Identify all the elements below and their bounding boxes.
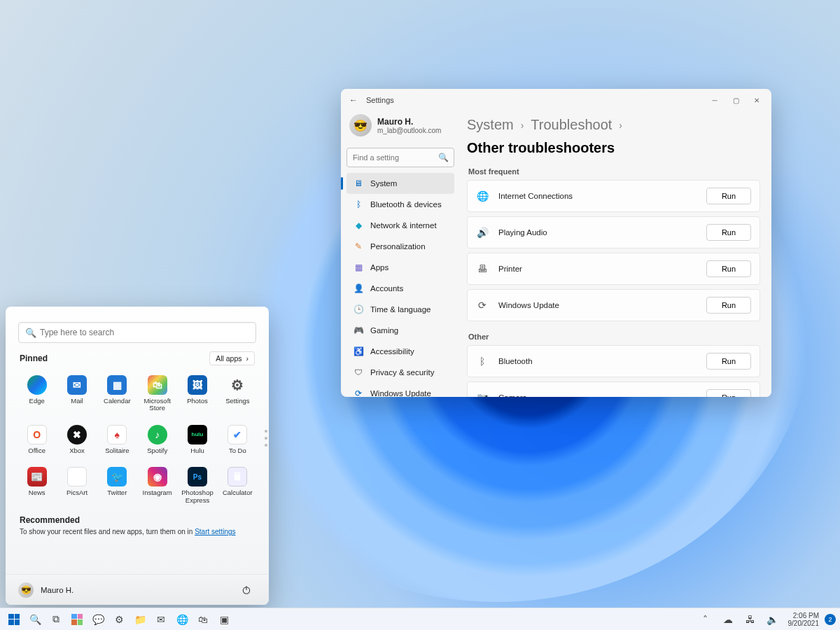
power-button[interactable] <box>237 580 256 600</box>
taskbar-settings-button[interactable]: ⚙ <box>109 610 129 629</box>
app-icon: Ps <box>188 467 207 486</box>
sidebar-item-personalization[interactable]: ✎Personalization <box>346 236 454 257</box>
all-apps-button[interactable]: All apps › <box>209 351 255 365</box>
app-label: Edge <box>29 398 45 405</box>
tray-overflow-button[interactable]: ˄ <box>696 610 715 629</box>
app-icon: O <box>27 425 47 444</box>
app-icon: 🖩 <box>227 467 247 486</box>
sidebar-item-accounts[interactable]: 👤Accounts <box>346 278 454 299</box>
recommended-label: Recommended <box>6 511 269 526</box>
account-row[interactable]: 😎 Mauro H. m_lab@outlook.com <box>346 111 454 145</box>
taskbar-mail-button[interactable]: ✉ <box>151 610 171 629</box>
sidebar-item-windows-update[interactable]: ⟳Windows Update <box>346 383 454 397</box>
pinned-label: Pinned <box>20 354 48 363</box>
pinned-app-news[interactable]: 📰News <box>17 463 57 508</box>
sidebar-item-time-language[interactable]: 🕒Time & language <box>346 299 454 320</box>
taskbar-taskview-button[interactable]: ⧉ <box>46 610 66 629</box>
sidebar-item-system[interactable]: 🖥System <box>346 173 454 194</box>
run-button[interactable]: Run <box>706 260 751 277</box>
troubleshooter-icon: 📷 <box>476 392 489 397</box>
start-user-button[interactable]: 😎 Mauro H. <box>18 582 74 598</box>
nav-icon: ᛒ <box>354 200 363 209</box>
pinned-app-xbox[interactable]: ✖Xbox <box>57 421 97 458</box>
pinned-app-settings[interactable]: ⚙Settings <box>218 371 258 416</box>
notification-badge[interactable]: 2 <box>825 614 836 625</box>
search-icon: 🔍 <box>438 153 449 162</box>
nav-icon: 🖥 <box>354 178 363 188</box>
pinned-app-calendar[interactable]: ▦Calendar <box>97 371 137 416</box>
pinned-app-microsoft-store[interactable]: 🛍Microsoft Store <box>137 371 177 416</box>
pinned-apps-grid: Edge✉Mail▦Calendar🛍Microsoft Store🖼Photo… <box>6 365 269 511</box>
nav-icon: 🛡 <box>354 368 363 377</box>
recommended-text: To show your recent files and new apps, … <box>6 526 269 542</box>
taskbar-terminal-button[interactable]: ▣ <box>214 610 234 629</box>
pinned-app-picsart[interactable]: PPicsArt <box>57 463 97 508</box>
app-label: To Do <box>229 447 246 454</box>
start-settings-link[interactable]: Start settings <box>195 528 235 536</box>
pinned-app-office[interactable]: OOffice <box>17 421 57 458</box>
sidebar-item-network-internet[interactable]: ◆Network & internet <box>346 215 454 236</box>
nav-label: Accounts <box>370 284 403 293</box>
nav-label: Network & internet <box>370 221 437 230</box>
network-icon[interactable]: 🖧 <box>741 610 760 629</box>
pinned-app-photos[interactable]: 🖼Photos <box>177 371 217 416</box>
app-label: Solitaire <box>105 447 129 454</box>
pinned-app-hulu[interactable]: huluHulu <box>177 421 217 458</box>
back-button[interactable]: ← <box>345 95 362 105</box>
sidebar-item-accessibility[interactable]: ♿Accessibility <box>346 341 454 362</box>
app-icon: ✖ <box>67 425 87 444</box>
onedrive-icon[interactable]: ☁ <box>718 610 738 629</box>
app-icon: ✉ <box>67 375 87 395</box>
volume-icon[interactable]: 🔈 <box>763 610 783 629</box>
troubleshooter-bluetooth: ᛒ Bluetooth Run <box>467 345 760 377</box>
app-label: Twitter <box>107 489 127 496</box>
settings-window: ← Settings ─ ▢ ✕ 😎 Mauro H. m_lab@outloo… <box>341 89 771 397</box>
pinned-app-to-do[interactable]: ✔To Do <box>218 421 258 458</box>
taskbar-explorer-button[interactable]: 📁 <box>130 610 150 629</box>
breadcrumb-system[interactable]: System <box>467 117 514 133</box>
nav-label: Privacy & security <box>370 368 434 377</box>
sidebar-item-bluetooth-devices[interactable]: ᛒBluetooth & devices <box>346 194 454 215</box>
taskbar-chat-button[interactable]: 💬 <box>88 610 108 629</box>
app-label: Office <box>28 447 46 454</box>
troubleshooter-internet-connections: 🌐 Internet Connections Run <box>467 180 760 212</box>
taskbar-store-button[interactable]: 🛍 <box>193 610 213 629</box>
troubleshooter-label: Playing Audio <box>498 228 696 237</box>
breadcrumb-troubleshoot[interactable]: Troubleshoot <box>531 117 612 133</box>
nav-label: Bluetooth & devices <box>370 200 442 209</box>
pinned-app-spotify[interactable]: ♪Spotify <box>137 421 177 458</box>
pinned-app-edge[interactable]: Edge <box>17 371 57 416</box>
run-button[interactable]: Run <box>706 389 751 397</box>
run-button[interactable]: Run <box>706 188 751 204</box>
chevron-right-icon: › <box>619 120 622 131</box>
run-button[interactable]: Run <box>706 297 751 314</box>
app-label: Mail <box>71 398 83 405</box>
troubleshooter-label: Bluetooth <box>498 357 696 365</box>
pinned-app-instagram[interactable]: ◉Instagram <box>137 463 177 508</box>
pinned-app-mail[interactable]: ✉Mail <box>57 371 97 416</box>
start-search-input[interactable] <box>18 322 256 343</box>
run-button[interactable]: Run <box>706 224 751 241</box>
troubleshooter-label: Camera <box>498 393 696 397</box>
minimize-button[interactable]: ─ <box>704 92 725 108</box>
taskbar-edge-button[interactable]: 🌐 <box>172 610 192 629</box>
sidebar-item-privacy-security[interactable]: 🛡Privacy & security <box>346 362 454 383</box>
pinned-app-calculator[interactable]: 🖩Calculator <box>218 463 258 508</box>
section-label: Other <box>468 332 760 341</box>
pinned-app-solitaire[interactable]: ♠Solitaire <box>97 421 137 458</box>
taskbar-clock[interactable]: 2:06 PM 9/20/2021 <box>785 612 822 627</box>
troubleshooter-windows-update: ⟳ Windows Update Run <box>467 289 760 321</box>
maximize-button[interactable]: ▢ <box>725 92 746 108</box>
taskbar-search-button[interactable]: 🔍 <box>25 610 45 629</box>
taskbar-widgets-button[interactable] <box>67 610 87 629</box>
sidebar-item-apps[interactable]: ▦Apps <box>346 257 454 278</box>
settings-search: 🔍 <box>346 148 454 167</box>
taskbar-start-button[interactable] <box>4 610 24 629</box>
page-indicator[interactable] <box>265 430 267 447</box>
pinned-app-photoshop-express[interactable]: PsPhotoshop Express <box>177 463 217 508</box>
sidebar-item-gaming[interactable]: 🎮Gaming <box>346 320 454 341</box>
troubleshooter-label: Windows Update <box>498 301 696 309</box>
close-button[interactable]: ✕ <box>746 92 767 108</box>
run-button[interactable]: Run <box>706 353 751 370</box>
pinned-app-twitter[interactable]: 🐦Twitter <box>97 463 137 508</box>
